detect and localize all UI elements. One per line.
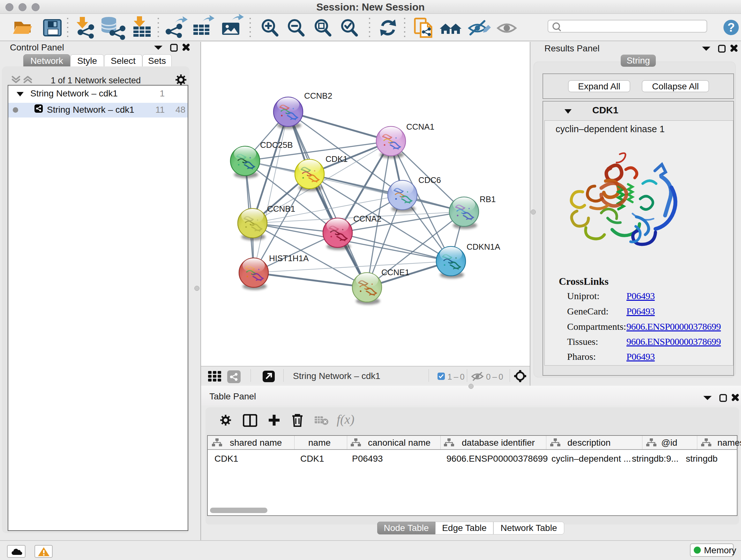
svg-text:CCNB1: CCNB1: [267, 204, 295, 213]
svg-text:RB1: RB1: [480, 194, 496, 204]
svg-text:CCNA2: CCNA2: [353, 214, 381, 224]
svg-text:?: ?: [727, 21, 735, 34]
svg-text:CDKN1A: CDKN1A: [467, 242, 500, 252]
svg-text:CCNE1: CCNE1: [381, 267, 409, 277]
svg-text:CDK1: CDK1: [326, 154, 347, 164]
svg-text:CCNB2: CCNB2: [304, 91, 332, 101]
svg-text:CCNA1: CCNA1: [406, 122, 434, 132]
svg-text:CDC25B: CDC25B: [260, 140, 293, 150]
svg-text:CDC6: CDC6: [418, 175, 441, 185]
svg-text:HIST1H1A: HIST1H1A: [269, 253, 309, 263]
